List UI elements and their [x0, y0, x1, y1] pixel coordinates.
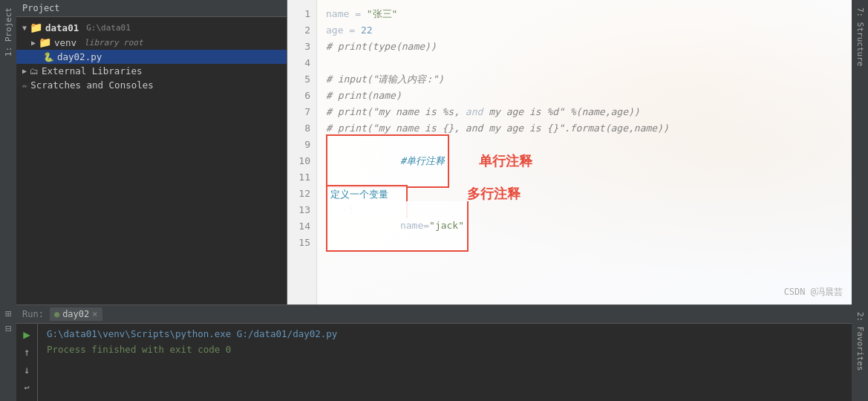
project-header-label: Project: [22, 3, 60, 13]
tree-item-data01[interactable]: ▼ 📁 data01 G:\data01: [16, 20, 287, 35]
code-line-10: #单行注释 单行注释: [326, 153, 843, 169]
expand-arrow-venv: ▶: [31, 39, 36, 47]
multi-annotation-label: 多行注释: [467, 186, 521, 202]
run-exit-status: Process finished with exit code 0: [47, 344, 231, 355]
editor-area: 1 2 3 4 5 6 7 8 9 10 11 12 13 14 15 na: [287, 0, 852, 304]
folder-icon-venv: 📁: [39, 36, 51, 48]
file-tree: ▼ 📁 data01 G:\data01 ▶ 📁 venv library ro…: [16, 17, 287, 304]
code-line-11: [326, 169, 843, 186]
scratch-icon: ✏: [22, 80, 27, 91]
structure-tab[interactable]: 7: Structure: [853, 3, 867, 71]
run-panel-header: Run: ● day02 ×: [16, 305, 852, 324]
tree-path-data01: G:\data01: [86, 23, 131, 33]
code-line-2: age = 22: [326, 22, 843, 39]
bottom-section: ⊞ ⊟ Run: ● day02 × ▶ ↑ ↓ ↩ ≡ G:\data01\v…: [0, 304, 868, 401]
run-align-button[interactable]: ≡: [19, 398, 34, 401]
code-line-1: name = "张三": [326, 6, 843, 22]
code-line-7: # print("my name is %s, and my age is %d…: [326, 104, 843, 120]
library-root-badge: library root: [84, 38, 143, 48]
tree-label-ext-libs: External Libraries: [42, 65, 142, 76]
csdn-watermark: CSDN @冯晨芸: [784, 286, 843, 299]
run-wrap-button[interactable]: ↩: [19, 380, 34, 395]
expand-arrow-ext-libs: ▶: [22, 67, 27, 75]
bottom-left-tabs: ⊞ ⊟: [0, 304, 16, 401]
project-panel: Project ▼ 📁 data01 G:\data01 ▶ 📁 venv li…: [16, 0, 287, 304]
tree-label-scratches: Scratches and Consoles: [30, 79, 154, 91]
run-body: ▶ ↑ ↓ ↩ ≡ G:\data01\venv\Scripts\python.…: [16, 324, 852, 401]
run-panel: Run: ● day02 × ▶ ↑ ↓ ↩ ≡ G:\data01\venv\…: [16, 304, 852, 401]
folder-icon-data01: 📁: [30, 22, 42, 33]
code-line-14: name="jack": [326, 218, 843, 235]
expand-arrow-data01: ▼: [22, 24, 27, 32]
favorites-tab[interactable]: 2: Favorites: [853, 307, 867, 375]
tree-item-venv[interactable]: ▶ 📁 venv library root: [16, 35, 287, 50]
run-down-button[interactable]: ↓: [19, 362, 34, 377]
project-panel-header: Project: [16, 0, 287, 17]
run-close-icon[interactable]: ×: [92, 309, 97, 319]
tree-item-day02py[interactable]: 🐍 day02.py: [16, 50, 287, 64]
tree-item-ext-libs[interactable]: ▶ 🗂 External Libraries: [16, 64, 287, 78]
ext-libs-icon: 🗂: [30, 66, 39, 76]
bottom-tab-icon-2[interactable]: ⊟: [5, 322, 11, 334]
run-toolbar: ▶ ↑ ↓ ↩ ≡: [16, 324, 38, 401]
code-line-12: 定义一个变量 多行注释: [326, 186, 843, 202]
run-label: Run:: [22, 309, 44, 319]
bottom-tab-icon-1[interactable]: ⊞: [5, 307, 11, 319]
right-side-tabs: 7: Structure: [852, 0, 868, 304]
run-output-line: Process finished with exit code 0: [47, 344, 843, 355]
run-command-line: G:\data01\venv\Scripts\python.exe G:/dat…: [47, 328, 843, 339]
run-tab-label: day02: [62, 309, 89, 319]
code-content[interactable]: name = "张三" age = 22 # print(type(name))…: [317, 0, 852, 304]
run-path: G:\data01\venv\Scripts\python.exe G:/dat…: [47, 328, 337, 339]
code-line-4: [326, 55, 843, 71]
code-line-15: [326, 235, 843, 251]
tree-item-scratches[interactable]: ✏ Scratches and Consoles: [16, 78, 287, 92]
code-editor[interactable]: 1 2 3 4 5 6 7 8 9 10 11 12 13 14 15 na: [287, 0, 852, 304]
code-line-5: # input("请输入内容:"): [326, 71, 843, 88]
single-annotation-label: 单行注释: [479, 153, 532, 169]
project-tab[interactable]: 1: Project: [1, 3, 16, 61]
line-numbers: 1 2 3 4 5 6 7 8 9 10 11 12 13 14 15: [287, 0, 317, 304]
run-output: G:\data01\venv\Scripts\python.exe G:/dat…: [38, 324, 852, 401]
file-icon-day02py: 🐍: [43, 52, 54, 62]
run-play-button[interactable]: ▶: [19, 327, 34, 342]
bottom-right-tabs: 2: Favorites: [852, 304, 868, 401]
code-line-3: # print(type(name)): [326, 39, 843, 55]
run-tab-day02[interactable]: ● day02 ×: [50, 307, 102, 321]
left-side-tabs: 1: Project: [0, 0, 16, 304]
tree-label-venv: venv: [54, 37, 76, 48]
tree-label-day02py: day02.py: [57, 51, 102, 62]
run-up-button[interactable]: ↑: [19, 345, 34, 359]
code-line-6: # print(name): [326, 88, 843, 104]
tree-label-data01: data01: [45, 22, 79, 33]
